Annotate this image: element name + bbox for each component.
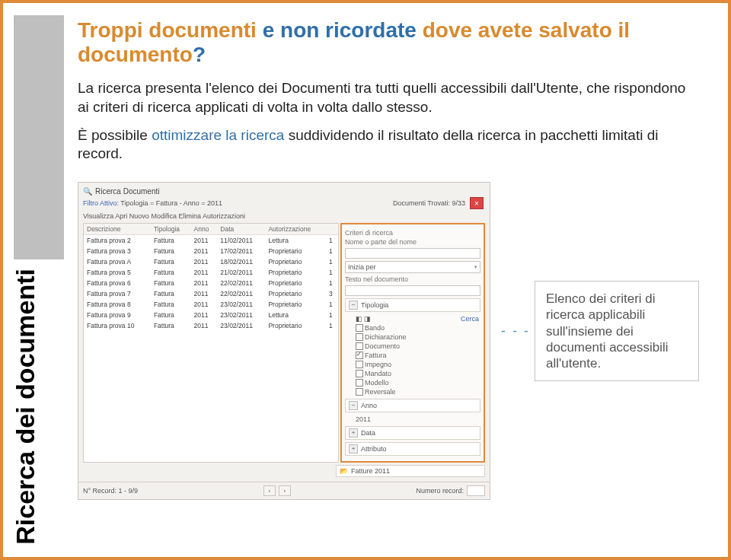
data-accordion[interactable]: + Data	[345, 426, 480, 440]
documents-found: Documenti Trovati: 9/33	[393, 199, 465, 207]
status-bar: N° Record: 1 - 9/9 ‹ › Numero record:	[78, 482, 490, 499]
para2-link: ottimizzare la ricerca	[152, 127, 284, 143]
heading-part-b: e non ricordate	[257, 18, 423, 42]
checkbox-icon	[356, 324, 363, 332]
checkbox-icon	[356, 361, 363, 368]
figure-row: 🔍 Ricerca Documenti Filtro Attivo: Tipol…	[78, 182, 701, 500]
attributo-accordion[interactable]: + Attributo	[345, 442, 480, 456]
category-row[interactable]: Fattura	[345, 351, 480, 360]
category-row[interactable]: Dichiarazione	[345, 332, 480, 342]
callout-box: Elenco dei criteri di ricerca applicabil…	[535, 281, 699, 381]
chevron-down-icon: ▾	[474, 264, 477, 270]
text-label: Testo nel documento	[345, 275, 480, 283]
search-icon: 🔍	[83, 187, 92, 196]
table-row[interactable]: Fattura prova 6Fattura201122/02/2011Prop…	[84, 278, 338, 288]
num-record-input[interactable]	[467, 485, 485, 496]
next-page-button[interactable]: ›	[279, 485, 291, 496]
criteria-panel: Criteri di ricerca Nome o parte del nome…	[340, 223, 485, 463]
app-screenshot: 🔍 Ricerca Documenti Filtro Attivo: Tipol…	[78, 182, 490, 500]
table-row[interactable]: Fattura prova 2Fattura201111/02/2011Lett…	[84, 235, 338, 247]
toolbar[interactable]: Visualizza Apri Nuovo Modifica Elimina A…	[83, 211, 485, 223]
intro-paragraph-1: La ricerca presenta l'elenco dei Documen…	[78, 79, 701, 116]
checkbox-icon	[356, 342, 363, 350]
filter-value: Tipologia = Fattura - Anno = 2011	[120, 199, 222, 207]
category-row[interactable]: Documento	[345, 342, 480, 351]
category-row[interactable]: Modello	[345, 378, 480, 387]
checkbox-icon	[356, 370, 363, 377]
slide-page: Ricerca dei documenti Troppi documenti e…	[0, 0, 731, 560]
checkbox-icon	[356, 333, 363, 341]
record-count: N° Record: 1 - 9/9	[83, 487, 138, 495]
anno-value: 2011	[345, 415, 480, 424]
page-title: Troppi documenti e non ricordate dove av…	[78, 18, 701, 67]
table-row[interactable]: Fattura prova 9Fattura201123/02/2011Lett…	[84, 310, 338, 320]
plus-icon: +	[349, 444, 358, 453]
sidebar-rail	[14, 15, 64, 259]
table-row[interactable]: Fattura prova 7Fattura201122/02/2011Prop…	[84, 288, 338, 299]
filter-label: Filtro Attivo:	[83, 199, 119, 207]
table-row[interactable]: Fattura prova 8Fattura201123/02/2011Prop…	[84, 299, 338, 310]
category-row[interactable]: Reversale	[345, 387, 480, 396]
table-row[interactable]: Fattura prova AFattura201118/02/2011Prop…	[84, 256, 338, 267]
num-record-control: Numero record:	[416, 485, 485, 496]
window-topbar: Filtro Attivo: Tipologia = Fattura - Ann…	[83, 196, 485, 211]
starts-with-select[interactable]: Inizia per ▾	[345, 261, 480, 273]
prev-page-button[interactable]: ‹	[263, 485, 276, 496]
plus-icon: +	[349, 428, 358, 438]
name-input[interactable]	[345, 248, 480, 259]
table-row[interactable]: Fattura prova 3Fattura201117/02/2011Prop…	[84, 246, 338, 256]
name-label: Nome o parte del nome	[345, 238, 480, 246]
checkbox-icon	[356, 388, 363, 396]
sidebar-title: Ricerca dei documenti	[11, 269, 64, 545]
window-title: 🔍 Ricerca Documenti	[83, 187, 485, 196]
criteria-heading: Criteri di ricerca	[345, 229, 480, 237]
heading-question: ?	[193, 43, 206, 66]
folder-icon: 📂	[340, 467, 348, 475]
results-table: Descrizione Tipologia Anno Data Autorizz…	[83, 223, 339, 463]
callout-wrap: - - - Elenco dei criteri di ricerca appl…	[501, 281, 699, 381]
tipologia-icons: ◧◨	[356, 315, 371, 323]
recent-item[interactable]: 📂 Fatture 2011	[336, 465, 485, 477]
minus-icon: −	[349, 301, 358, 310]
table-header-row: Descrizione Tipologia Anno Data Autorizz…	[84, 224, 338, 235]
table-row[interactable]: Fattura prova 10Fattura201123/02/2011Pro…	[84, 320, 338, 331]
minus-icon: −	[349, 401, 358, 410]
tipologia-accordion[interactable]: − Tipologia	[345, 298, 480, 312]
close-icon[interactable]: ×	[470, 197, 484, 209]
cerca-label[interactable]: Cerca	[461, 315, 479, 323]
checkbox-icon	[356, 379, 363, 387]
para2-a: È possibile	[78, 127, 152, 143]
category-row[interactable]: Mandato	[345, 369, 480, 378]
active-filter: Filtro Attivo: Tipologia = Fattura - Ann…	[83, 199, 222, 207]
heading-part-a: Troppi documenti	[78, 18, 257, 42]
connector-line: - - -	[501, 323, 530, 339]
anno-accordion[interactable]: − Anno	[345, 399, 480, 412]
text-input[interactable]	[345, 285, 480, 296]
sidebar-rail-column: Ricerca dei documenti	[14, 15, 64, 545]
table-row[interactable]: Fattura prova 5Fattura201121/02/2011Prop…	[84, 267, 338, 278]
category-row[interactable]: Bando	[345, 323, 480, 332]
main-content: Troppi documenti e non ricordate dove av…	[78, 15, 701, 545]
category-row[interactable]: Impegno	[345, 360, 480, 369]
intro-paragraph-2: È possibile ottimizzare la ricerca suddi…	[78, 126, 701, 164]
pager: ‹ ›	[263, 485, 291, 496]
checkbox-icon	[356, 352, 363, 359]
